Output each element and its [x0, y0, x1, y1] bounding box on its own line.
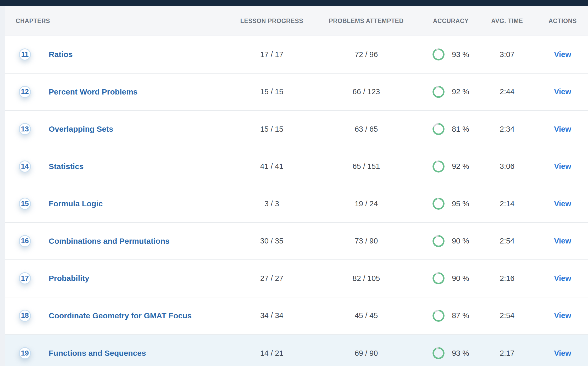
accuracy-value: 81 %: [452, 125, 469, 134]
chapter-cell: 19 Functions and Sequences: [5, 347, 236, 359]
view-link[interactable]: View: [537, 87, 588, 96]
accuracy-cell: 90 %: [425, 272, 477, 284]
accuracy-ring-icon: [432, 310, 445, 322]
view-link[interactable]: View: [537, 349, 588, 358]
chapter-number-badge: 11: [19, 48, 31, 60]
chapter-name-link[interactable]: Percent Word Problems: [49, 87, 138, 96]
view-link[interactable]: View: [537, 237, 588, 245]
table-row-chapter-19[interactable]: 19 Functions and Sequences 14 / 21 69 / …: [5, 335, 588, 366]
accuracy-value: 92 %: [452, 87, 469, 96]
chapter-cell: 13 Overlapping Sets: [5, 123, 236, 135]
chapter-number-badge: 17: [19, 272, 31, 284]
chapter-name-link[interactable]: Overlapping Sets: [49, 125, 113, 134]
avg-time-value: 3:07: [477, 50, 537, 59]
column-header-chapters: CHAPTERS: [5, 18, 236, 25]
table-row-chapter-13[interactable]: 13 Overlapping Sets 15 / 15 63 / 65 81 %…: [5, 111, 588, 148]
accuracy-cell: 81 %: [425, 123, 477, 135]
chapter-cell: 11 Ratios: [5, 48, 236, 60]
avg-time-value: 2:54: [477, 237, 537, 245]
view-link[interactable]: View: [537, 311, 588, 320]
problems-attempted-value: 69 / 90: [308, 349, 425, 358]
chapter-number-badge: 19: [19, 347, 31, 359]
lesson-progress-value: 27 / 27: [236, 274, 308, 283]
accuracy-value: 92 %: [452, 162, 469, 171]
chapters-table: CHAPTERS LESSON PROGRESS PROBLEMS ATTEMP…: [5, 6, 588, 366]
view-link[interactable]: View: [537, 199, 588, 208]
view-link[interactable]: View: [537, 274, 588, 283]
lesson-progress-value: 30 / 35: [236, 237, 308, 245]
accuracy-ring-icon: [432, 86, 445, 98]
lesson-progress-value: 3 / 3: [236, 199, 308, 208]
chapter-name-link[interactable]: Formula Logic: [49, 199, 103, 208]
accuracy-value: 87 %: [452, 311, 469, 320]
table-row-chapter-12[interactable]: 12 Percent Word Problems 15 / 15 66 / 12…: [5, 74, 588, 111]
view-link[interactable]: View: [537, 125, 588, 134]
table-header-row: CHAPTERS LESSON PROGRESS PROBLEMS ATTEMP…: [5, 6, 588, 36]
lesson-progress-value: 14 / 21: [236, 349, 308, 358]
accuracy-value: 90 %: [452, 237, 469, 245]
problems-attempted-value: 82 / 105: [308, 274, 425, 283]
chapter-cell: 16 Combinations and Permutations: [5, 235, 236, 247]
accuracy-value: 90 %: [452, 274, 469, 283]
chapter-cell: 17 Probability: [5, 272, 236, 284]
avg-time-value: 2:54: [477, 311, 537, 320]
avg-time-value: 2:44: [477, 87, 537, 96]
problems-attempted-value: 19 / 24: [308, 199, 425, 208]
column-header-accuracy: ACCURACY: [425, 18, 477, 25]
avg-time-value: 2:16: [477, 274, 537, 283]
table-row-chapter-14[interactable]: 14 Statistics 41 / 41 65 / 151 92 % 3:06…: [5, 148, 588, 186]
accuracy-ring-icon: [432, 48, 445, 60]
accuracy-cell: 95 %: [425, 198, 477, 210]
problems-attempted-value: 73 / 90: [308, 237, 425, 245]
chapter-cell: 14 Statistics: [5, 160, 236, 173]
chapter-name-link[interactable]: Statistics: [49, 162, 84, 171]
problems-attempted-value: 63 / 65: [308, 125, 425, 134]
view-link[interactable]: View: [537, 50, 588, 59]
table-row-chapter-17[interactable]: 17 Probability 27 / 27 82 / 105 90 % 2:1…: [5, 260, 588, 297]
chapter-number-badge: 13: [19, 123, 31, 135]
accuracy-ring-icon: [432, 160, 445, 173]
top-navigation-bar: [0, 0, 588, 6]
avg-time-value: 2:17: [477, 349, 537, 358]
chapter-name-link[interactable]: Functions and Sequences: [49, 349, 146, 358]
accuracy-cell: 87 %: [425, 310, 477, 322]
chapter-number-badge: 14: [19, 160, 31, 173]
accuracy-value: 93 %: [452, 349, 469, 358]
table-row-chapter-18[interactable]: 18 Coordinate Geometry for GMAT Focus 34…: [5, 297, 588, 335]
problems-attempted-value: 45 / 45: [308, 311, 425, 320]
accuracy-cell: 92 %: [425, 160, 477, 173]
column-header-actions: ACTIONS: [537, 18, 588, 25]
problems-attempted-value: 66 / 123: [308, 87, 425, 96]
accuracy-ring-icon: [432, 347, 445, 359]
avg-time-value: 2:14: [477, 199, 537, 208]
lesson-progress-value: 15 / 15: [236, 87, 308, 96]
column-header-avg-time: AVG. TIME: [477, 18, 537, 25]
table-row-chapter-16[interactable]: 16 Combinations and Permutations 30 / 35…: [5, 223, 588, 260]
chapter-number-badge: 12: [19, 86, 31, 98]
chapter-name-link[interactable]: Coordinate Geometry for GMAT Focus: [49, 311, 192, 320]
accuracy-ring-icon: [432, 235, 445, 247]
accuracy-cell: 92 %: [425, 86, 477, 98]
chapter-name-link[interactable]: Ratios: [49, 50, 73, 59]
accuracy-cell: 93 %: [425, 48, 477, 60]
lesson-progress-value: 41 / 41: [236, 162, 308, 171]
problems-attempted-value: 72 / 96: [308, 50, 425, 59]
lesson-progress-value: 15 / 15: [236, 125, 308, 134]
column-header-lesson-progress: LESSON PROGRESS: [236, 18, 308, 25]
table-row-chapter-11[interactable]: 11 Ratios 17 / 17 72 / 96 93 % 3:07 View: [5, 36, 588, 74]
accuracy-cell: 93 %: [425, 347, 477, 359]
accuracy-ring-icon: [432, 272, 445, 284]
accuracy-value: 93 %: [452, 50, 469, 59]
accuracy-ring-icon: [432, 198, 445, 210]
view-link[interactable]: View: [537, 162, 588, 171]
avg-time-value: 3:06: [477, 162, 537, 171]
chapter-name-link[interactable]: Combinations and Permutations: [49, 237, 170, 246]
accuracy-ring-icon: [432, 123, 445, 135]
chapter-cell: 12 Percent Word Problems: [5, 86, 236, 98]
table-row-chapter-15[interactable]: 15 Formula Logic 3 / 3 19 / 24 95 % 2:14…: [5, 185, 588, 223]
chapter-number-badge: 15: [19, 198, 31, 210]
chapter-name-link[interactable]: Probability: [49, 274, 89, 283]
chapter-cell: 18 Coordinate Geometry for GMAT Focus: [5, 310, 236, 322]
problems-attempted-value: 65 / 151: [308, 162, 425, 171]
chapter-number-badge: 18: [19, 310, 31, 322]
